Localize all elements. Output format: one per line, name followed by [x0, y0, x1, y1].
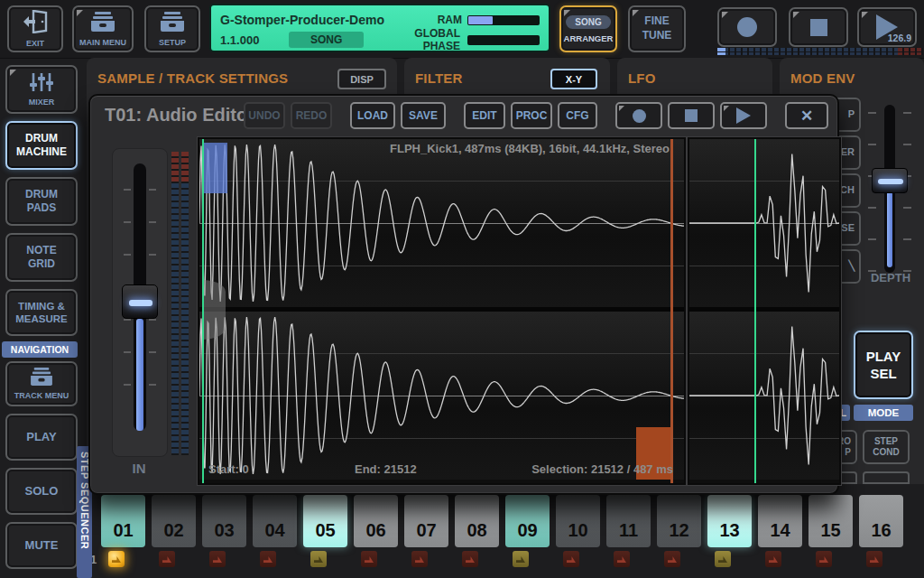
- step-label: 12: [669, 520, 688, 541]
- dialog-title: T01: Audio Editor: [105, 105, 254, 126]
- step-indicator-10[interactable]: [563, 551, 579, 567]
- waveform-scroll-grip[interactable]: [202, 280, 226, 340]
- step-button-16[interactable]: 16: [859, 495, 903, 547]
- step-indicator-slot: [404, 551, 448, 569]
- depth-slider-handle[interactable]: [872, 168, 908, 193]
- step-button-15[interactable]: 15: [808, 495, 853, 547]
- step-indicator-14[interactable]: [765, 551, 781, 567]
- disp-button[interactable]: DISP: [337, 69, 386, 89]
- step-indicator-13[interactable]: [715, 551, 731, 567]
- fragment-label: L: [840, 407, 846, 418]
- step-button-03[interactable]: 03: [202, 495, 246, 547]
- audio-editor-dialog: T01: Audio Editor UNDO REDO LOAD SAVE ED…: [88, 94, 839, 495]
- step-button-02[interactable]: 02: [152, 495, 196, 547]
- step-indicator-08[interactable]: [462, 551, 478, 567]
- record-sample-button[interactable]: [615, 102, 662, 129]
- step-indicator-04[interactable]: [260, 551, 276, 567]
- stop-sample-button[interactable]: [668, 102, 715, 129]
- step-button-01[interactable]: 01: [101, 495, 145, 547]
- step-label: 11: [619, 520, 638, 541]
- fader-handle[interactable]: [122, 284, 158, 319]
- sidebar-item-mixer[interactable]: MIXER: [5, 65, 78, 114]
- step-indicator-07[interactable]: [411, 551, 428, 567]
- step-label: 09: [517, 520, 537, 541]
- zoom-waveform-left: [689, 139, 839, 307]
- save-button[interactable]: SAVE: [401, 102, 446, 129]
- step-cond-button[interactable]: STEP COND: [863, 430, 910, 464]
- step-indicator-09[interactable]: [513, 551, 529, 567]
- step-indicator-02[interactable]: [159, 551, 175, 567]
- edit-button[interactable]: EDIT: [464, 102, 505, 129]
- step-indicator-slot: [455, 551, 499, 569]
- sidebar-item-note-grid[interactable]: NOTE GRID: [5, 233, 78, 282]
- stop-button[interactable]: [789, 7, 848, 47]
- drawer-icon: [158, 11, 187, 36]
- cfg-button[interactable]: CFG: [558, 102, 597, 129]
- sidebar-item-mute[interactable]: MUTE: [5, 522, 78, 569]
- proc-label: PROC: [516, 109, 548, 122]
- lcd-display: G-Stomper-Producer-Demo RAM 1.1.000 SONG…: [209, 4, 550, 52]
- step-button-06[interactable]: 06: [354, 495, 398, 547]
- step-button-13[interactable]: 13: [707, 495, 752, 547]
- play-sel-button[interactable]: PLAY SEL: [854, 331, 913, 399]
- step-button-10[interactable]: 10: [556, 495, 600, 547]
- step-button-04[interactable]: 04: [253, 495, 297, 547]
- level-meter-left: [171, 152, 179, 455]
- zoom-cursor[interactable]: [754, 139, 756, 483]
- mode-chip[interactable]: SONG: [289, 32, 364, 48]
- sidebar-item-drum-pads[interactable]: DRUM PADS: [5, 177, 78, 226]
- selection-start-marker[interactable]: [202, 139, 204, 483]
- step-button-11[interactable]: 11: [606, 495, 651, 547]
- step-button-05[interactable]: 05: [303, 495, 347, 547]
- sidebar-item-track-menu[interactable]: TRACK MENU: [5, 361, 78, 406]
- selection-end-marker[interactable]: [670, 139, 673, 483]
- waveform-channel-left[interactable]: [199, 139, 684, 312]
- global-phase-label: GLOBAL PHASE: [380, 27, 460, 52]
- selection-start-handle[interactable]: [204, 143, 227, 193]
- step-button-08[interactable]: 08: [455, 495, 499, 547]
- step-button-07[interactable]: 07: [404, 495, 448, 547]
- step-label: 03: [214, 520, 234, 541]
- step-indicator-01[interactable]: [108, 551, 125, 567]
- xy-button[interactable]: X-Y: [550, 69, 597, 89]
- fragment-label: ╲: [848, 260, 855, 272]
- step-button-12[interactable]: 12: [657, 495, 701, 547]
- corner-fold-icon: [862, 12, 868, 18]
- waveform-zoom-view[interactable]: [688, 137, 841, 485]
- play-button[interactable]: 126.9: [857, 7, 917, 47]
- close-dialog-button[interactable]: ✕: [785, 102, 828, 129]
- fragment-label: P: [848, 108, 855, 120]
- step-indicator-16[interactable]: [866, 551, 882, 567]
- mode-section-label: MODE: [854, 405, 913, 421]
- drum-pads-label: DRUM PADS: [25, 188, 58, 215]
- proc-button[interactable]: PROC: [511, 102, 552, 129]
- step-button-09[interactable]: 09: [505, 495, 550, 547]
- setup-button[interactable]: SETUP: [144, 5, 200, 52]
- step-label: 15: [820, 520, 840, 541]
- record-button[interactable]: [717, 7, 777, 47]
- step-indicator-slot: [303, 551, 347, 569]
- step-indicator-11[interactable]: [614, 551, 630, 567]
- step-indicator-15[interactable]: [816, 551, 832, 567]
- waveform-editor[interactable]: FLPH_Kick1, 487ms (84KB), 16bit, 44.1kHz…: [198, 137, 686, 485]
- step-button-14[interactable]: 14: [758, 495, 802, 547]
- fine-tune-button[interactable]: FINE TUNE: [628, 5, 686, 52]
- song-arranger-button[interactable]: SONG ARRANGER: [559, 5, 617, 52]
- sidebar-item-solo[interactable]: SOLO: [5, 468, 78, 515]
- sample-track-settings-title: SAMPLE / TRACK SETTINGS: [97, 70, 288, 86]
- redo-button[interactable]: REDO: [291, 102, 332, 129]
- waveform-channel-right[interactable]: [199, 312, 684, 480]
- main-menu-button[interactable]: MAIN MENU: [72, 5, 134, 52]
- sidebar-item-timing-measure[interactable]: TIMING & MEASURE: [5, 289, 78, 336]
- load-button[interactable]: LOAD: [350, 102, 395, 129]
- sidebar-item-drum-machine[interactable]: DRUM MACHINE: [5, 121, 78, 170]
- step-indicator-03[interactable]: [209, 551, 226, 567]
- step-indicator-05[interactable]: [310, 551, 327, 567]
- undo-button[interactable]: UNDO: [244, 102, 285, 129]
- step-indicator-12[interactable]: [664, 551, 680, 567]
- step-indicator-06[interactable]: [361, 551, 377, 567]
- exit-button[interactable]: EXIT: [7, 5, 63, 52]
- sidebar-item-play[interactable]: PLAY: [5, 414, 78, 461]
- song-position-strip[interactable]: [717, 48, 923, 55]
- play-sample-button[interactable]: [720, 102, 767, 129]
